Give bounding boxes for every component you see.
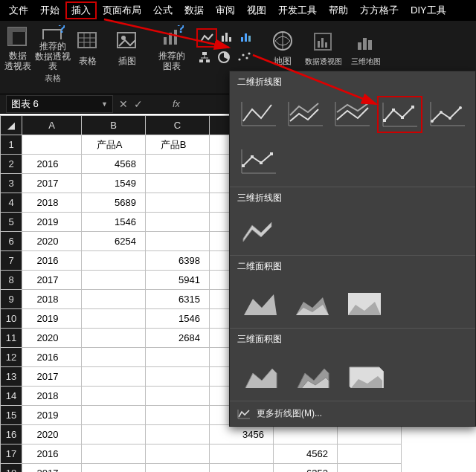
cell[interactable] [210,464,274,473]
menu-insert[interactable]: 插入 [65,1,97,19]
menu-developer[interactable]: 开发工具 [272,1,323,19]
chart-type-3d-line[interactable] [236,212,280,248]
fx-icon[interactable]: fx [173,98,180,109]
cell[interactable] [146,155,210,174]
cell[interactable] [82,464,146,473]
cell[interactable]: 6254 [82,232,146,251]
cell[interactable]: 1546 [82,213,146,232]
row-header[interactable]: 14 [1,387,22,406]
cell[interactable]: 2017 [22,464,82,473]
chart-type-3d-stacked-area[interactable] [288,353,337,393]
chart-type-area[interactable] [236,280,285,320]
scatter-chart-dropdown-button[interactable] [235,49,253,65]
cell[interactable]: 2016 [22,251,82,271]
row-header[interactable]: 11 [1,329,22,348]
cell[interactable] [146,387,210,406]
cell[interactable] [146,348,210,367]
cell[interactable]: 2017 [22,367,82,387]
row-header[interactable]: 9 [1,290,22,309]
cell[interactable] [338,425,402,444]
cell[interactable] [146,213,210,232]
row-header[interactable]: 3 [1,174,22,193]
row-header[interactable]: 12 [1,348,22,367]
cell[interactable]: 2019 [22,213,82,232]
more-line-charts-button[interactable]: 更多折线图(M)... [230,401,475,426]
chart-type-line[interactable] [236,96,280,132]
cell[interactable]: 6398 [146,251,210,271]
cell[interactable]: 2019 [22,309,82,329]
cell[interactable] [82,309,146,329]
chart-type-100-stacked-area[interactable] [340,280,389,320]
cell[interactable]: 2020 [22,329,82,348]
row-header[interactable]: 1 [1,135,22,155]
illustrations-button[interactable]: 插图 [107,25,147,71]
cell[interactable] [82,251,146,271]
cell[interactable] [210,444,274,464]
cell[interactable] [146,232,210,251]
recommended-charts-button[interactable]: ? 推荐的 图表 [152,25,192,71]
cell[interactable] [274,425,338,444]
cell[interactable]: 1549 [82,174,146,193]
cell[interactable] [146,174,210,193]
pivot-table-button[interactable]: 数据 透视表 [3,25,33,71]
table-button[interactable]: 表格 [73,25,103,71]
chart-type-line-markers[interactable] [377,96,422,133]
recommended-pivot-button[interactable]: ? 推荐的 数据透视表 [33,25,73,71]
cell[interactable]: 1546 [146,309,210,329]
row-header[interactable]: 18 [1,464,22,473]
menu-data[interactable]: 数据 [178,1,210,19]
cell[interactable]: 产品A [82,135,146,155]
cell[interactable]: 2017 [22,174,82,193]
cell[interactable]: 2018 [22,387,82,406]
cell[interactable]: 5689 [82,193,146,213]
row-header[interactable]: 15 [1,406,22,425]
cell[interactable]: 2019 [22,406,82,425]
row-header[interactable]: 10 [1,309,22,329]
chart-type-100-stacked-line[interactable] [329,96,373,132]
cell[interactable]: 5941 [146,271,210,290]
cell[interactable]: 4562 [274,444,338,464]
row-header[interactable]: 2 [1,155,22,174]
menu-formulas[interactable]: 公式 [147,1,178,19]
row-header[interactable]: 8 [1,271,22,290]
cell[interactable] [146,406,210,425]
cell[interactable] [82,348,146,367]
maps-button[interactable]: 地图 [266,25,299,71]
row-header[interactable]: 17 [1,444,22,464]
col-header-A[interactable]: A [22,116,82,135]
enter-formula-icon[interactable]: ✓ [134,98,143,110]
bar-chart-dropdown-button[interactable] [219,28,237,45]
menu-home[interactable]: 开始 [34,1,65,19]
menu-help[interactable]: 帮助 [323,1,354,19]
name-box[interactable]: 图表 6▼ [6,95,113,113]
cancel-formula-icon[interactable]: ✕ [119,98,128,110]
pivotchart-button[interactable]: 数据透视图 [303,25,344,71]
select-all-cell[interactable]: ◢ [1,116,22,135]
cell[interactable] [82,425,146,444]
cell[interactable] [82,290,146,309]
cell[interactable] [146,444,210,464]
cell[interactable]: 2017 [22,271,82,290]
cell[interactable]: 2018 [22,290,82,309]
row-header[interactable]: 5 [1,213,22,232]
cell[interactable]: 6315 [146,290,210,309]
col-header-C[interactable]: C [146,116,210,135]
cell[interactable]: 4568 [82,155,146,174]
row-header[interactable]: 6 [1,232,22,251]
cell[interactable] [82,406,146,425]
line-chart-dropdown-button[interactable] [196,28,217,48]
menu-review[interactable]: 审阅 [210,1,241,19]
cell[interactable]: 3456 [210,425,274,444]
cell[interactable] [146,464,210,473]
row-header[interactable]: 4 [1,193,22,213]
chart-type-3d-100-stacked-area[interactable] [340,353,389,393]
cell[interactable] [338,444,402,464]
row-header[interactable]: 7 [1,251,22,271]
chart-type-100-stacked-line-markers[interactable] [236,143,280,179]
pie-chart-dropdown-button[interactable] [216,49,234,65]
chart-type-3d-area[interactable] [236,353,285,393]
cell[interactable]: 2016 [22,348,82,367]
3d-map-button[interactable]: 三维地图 [348,25,384,71]
cell[interactable]: 2018 [22,193,82,213]
menu-diy[interactable]: DIY工具 [405,1,452,19]
